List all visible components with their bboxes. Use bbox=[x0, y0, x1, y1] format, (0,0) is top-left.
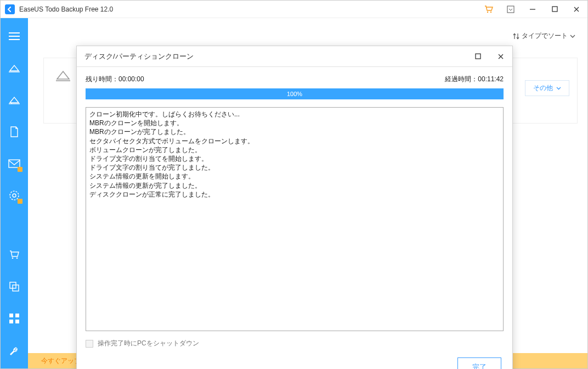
log-textarea[interactable]: クローン初期化中です。しばらくお待ちください...MBRのクローンを開始します。… bbox=[86, 107, 504, 331]
log-line: MBRのクローンを開始します。 bbox=[89, 119, 500, 127]
lock-badge-icon bbox=[18, 167, 22, 172]
dialog-maximize-button[interactable] bbox=[466, 46, 489, 67]
sidebar-file-backup-icon[interactable] bbox=[1, 116, 28, 148]
log-line: ディスククローンが正常に完了しました。 bbox=[89, 190, 500, 199]
sidebar-mail-backup-icon[interactable] bbox=[1, 148, 28, 180]
close-button[interactable] bbox=[566, 1, 587, 18]
minimize-button[interactable] bbox=[522, 1, 544, 18]
app-title: EaseUS Todo Backup Free 12.0 bbox=[19, 5, 113, 13]
dialog-titlebar: ディスク/パーティションクローン bbox=[77, 46, 512, 67]
dialog-footer: 完了 bbox=[77, 351, 512, 369]
app-logo-icon bbox=[5, 4, 15, 14]
svg-rect-2 bbox=[507, 6, 514, 13]
progress-text: 100% bbox=[287, 91, 302, 97]
remaining-value: 00:00:00 bbox=[118, 75, 144, 83]
sidebar-clone-icon[interactable] bbox=[1, 271, 28, 303]
other-dropdown-button[interactable]: その他 bbox=[525, 80, 569, 96]
dropdown-button[interactable] bbox=[500, 1, 522, 18]
svg-rect-18 bbox=[9, 314, 13, 317]
log-line: MBRのクローンが完了しました。 bbox=[89, 127, 500, 136]
elapsed-value: 00:11:42 bbox=[478, 75, 504, 83]
sidebar-system-backup-icon[interactable] bbox=[1, 84, 28, 116]
other-label: その他 bbox=[533, 83, 553, 93]
shutdown-checkbox[interactable] bbox=[86, 340, 93, 348]
sidebar-smart-backup-icon[interactable] bbox=[1, 180, 28, 211]
done-button[interactable]: 完了 bbox=[457, 357, 501, 369]
chevron-down-icon bbox=[570, 35, 575, 38]
sort-label: タイプでソート bbox=[522, 31, 568, 41]
svg-point-1 bbox=[490, 11, 491, 12]
sidebar-settings-icon[interactable] bbox=[1, 334, 28, 366]
maximize-button[interactable] bbox=[544, 1, 566, 18]
remaining-time: 残り時間：00:00:00 bbox=[86, 75, 144, 84]
svg-rect-4 bbox=[552, 7, 557, 12]
svg-rect-20 bbox=[9, 320, 13, 323]
sidebar-tools-icon[interactable] bbox=[1, 303, 28, 334]
sort-toolbar: タイプでソート bbox=[513, 31, 575, 41]
svg-rect-23 bbox=[476, 54, 480, 59]
sidebar bbox=[1, 18, 28, 368]
cart-button[interactable] bbox=[478, 1, 500, 18]
dialog-title: ディスク/パーティションクローン bbox=[77, 52, 466, 62]
log-line: システム情報の更新が完了しました。 bbox=[89, 181, 500, 190]
svg-point-14 bbox=[12, 258, 14, 259]
sidebar-store-icon[interactable] bbox=[1, 239, 28, 271]
log-line: ボリュームクローンが完了しました。 bbox=[89, 146, 500, 154]
progress-bar: 100% bbox=[86, 88, 504, 99]
svg-point-10 bbox=[11, 103, 12, 104]
svg-rect-19 bbox=[15, 314, 19, 317]
svg-point-15 bbox=[16, 258, 18, 259]
log-line: セクタバイセクタ方式でボリュームをクローンします。 bbox=[89, 137, 500, 146]
elapsed-label: 経過時間： bbox=[445, 75, 478, 83]
shutdown-label: 操作完了時にPCをシャットダウン bbox=[98, 339, 199, 348]
log-line: システム情報の更新を開始します。 bbox=[89, 172, 500, 181]
log-line: ドライブ文字の割り当てを開始します。 bbox=[89, 154, 500, 163]
sidebar-menu-button[interactable] bbox=[1, 20, 28, 52]
clone-dialog: ディスク/パーティションクローン 残り時間：00:00:00 経過時間：00:1… bbox=[76, 46, 513, 369]
svg-point-13 bbox=[13, 194, 16, 197]
elapsed-time: 経過時間：00:11:42 bbox=[445, 75, 504, 84]
sidebar-disk-backup-icon[interactable] bbox=[1, 52, 28, 84]
shutdown-row: 操作完了時にPCをシャットダウン bbox=[86, 339, 504, 348]
titlebar: EaseUS Todo Backup Free 12.0 bbox=[1, 1, 587, 18]
log-line: クローン初期化中です。しばらくお待ちください... bbox=[89, 110, 500, 119]
svg-point-0 bbox=[487, 11, 488, 12]
log-line: ドライブ文字の割り当てが完了しました。 bbox=[89, 163, 500, 172]
sort-button[interactable]: タイプでソート bbox=[513, 31, 575, 41]
lock-badge-icon bbox=[18, 199, 22, 204]
dialog-close-button[interactable] bbox=[489, 46, 512, 67]
time-row: 残り時間：00:00:00 経過時間：00:11:42 bbox=[86, 75, 504, 84]
remaining-label: 残り時間： bbox=[86, 75, 118, 83]
chevron-down-icon bbox=[556, 87, 561, 90]
sort-arrows-icon bbox=[513, 32, 519, 40]
svg-rect-21 bbox=[15, 320, 19, 323]
svg-rect-11 bbox=[9, 160, 20, 167]
